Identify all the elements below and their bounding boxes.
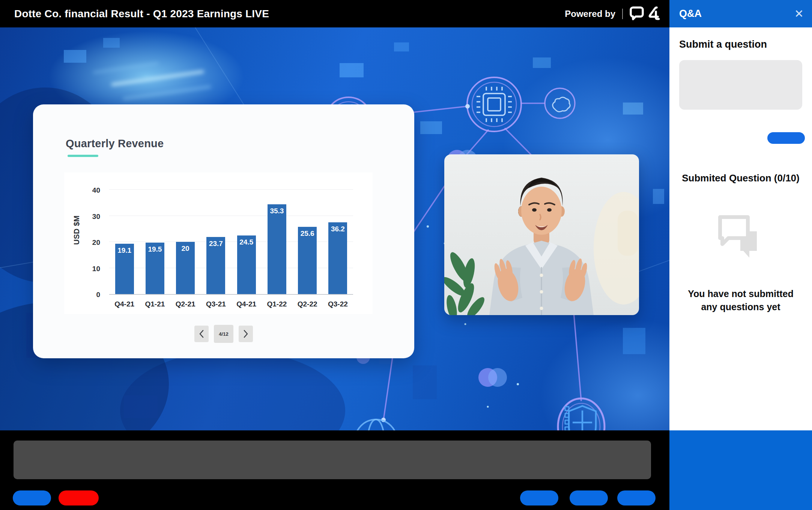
- bar-value-label: 35.3: [264, 207, 290, 215]
- chart-title: Quarterly Revenue: [66, 137, 164, 150]
- bar-slot: 25.6Q2-22: [292, 190, 323, 294]
- bar-value-label: 19.1: [111, 246, 138, 255]
- webcast-app: Dotte Co. financial Result - Q1 2023 Ear…: [0, 0, 812, 510]
- chat-bubbles-icon: [715, 214, 764, 262]
- chart-plot: 19.1Q4-2119.5Q1-2120Q2-2123.7Q3-2124.5Q4…: [109, 190, 353, 295]
- y-tick-label: 20: [92, 238, 100, 247]
- slide-pagination: 4/12: [194, 325, 253, 343]
- bar-slot: 23.7Q3-21: [201, 190, 231, 294]
- control-pill-right-2[interactable]: [570, 490, 608, 505]
- y-tick-label: 40: [92, 186, 100, 195]
- bar-slot: 19.5Q1-21: [140, 190, 170, 294]
- title-underline-accent: [68, 155, 98, 157]
- bar-value-label: 24.5: [233, 238, 260, 246]
- revenue-bar: 36.2: [328, 222, 347, 294]
- empty-state-line2: any questions yet: [701, 302, 780, 312]
- submitted-questions-heading: Submited Question (0/10): [669, 172, 812, 184]
- bar-slot: 19.1Q4-21: [109, 190, 140, 294]
- close-icon[interactable]: ✕: [794, 8, 804, 20]
- bar-value-label: 19.5: [142, 245, 168, 253]
- revenue-bar: 24.5: [237, 235, 256, 294]
- y-tick-label: 30: [92, 213, 100, 221]
- revenue-bar: 20: [176, 242, 195, 294]
- control-pill-live[interactable]: [59, 490, 99, 505]
- empty-state-line1: You have not submitted: [688, 288, 794, 299]
- revenue-bar: 25.6: [298, 227, 317, 294]
- qa-footer-panel: [669, 430, 812, 510]
- y-axis-label: USD $M: [72, 206, 81, 255]
- player-controls-strip[interactable]: [14, 441, 651, 479]
- bar-slot: 20Q2-21: [170, 190, 201, 294]
- bar-slot: 36.2Q3-22: [323, 190, 353, 294]
- bar-value-label: 20: [172, 244, 198, 253]
- bar-value-label: 36.2: [325, 225, 351, 233]
- divider: [622, 9, 623, 19]
- video-stage: Quarterly Revenue USD $M 010203040 19.1Q…: [0, 27, 669, 430]
- bar-value-label: 23.7: [203, 240, 229, 248]
- revenue-bar-chart: USD $M 010203040 19.1Q4-2119.5Q1-2120Q2-…: [64, 172, 373, 314]
- q4-logo-icon: [630, 6, 662, 22]
- y-tick-label: 10: [92, 265, 100, 273]
- gridline: [109, 189, 353, 190]
- chevron-left-icon: [199, 329, 204, 338]
- bar-slot: 35.3Q1-22: [262, 190, 292, 294]
- qa-panel-body: Submit a question Submited Question (0/1…: [669, 27, 812, 430]
- top-bar: Dotte Co. financial Result - Q1 2023 Ear…: [0, 0, 669, 27]
- control-pill-right-1[interactable]: [520, 490, 558, 505]
- y-tick-label: 0: [96, 291, 100, 299]
- powered-by-group: Powered by: [565, 6, 662, 22]
- presenter-video: [444, 154, 639, 315]
- presentation-slide: Quarterly Revenue USD $M 010203040 19.1Q…: [33, 104, 414, 358]
- revenue-bar: 19.5: [146, 243, 164, 294]
- x-axis-label: Q3-22: [318, 300, 358, 308]
- event-title: Dotte Co. financial Result - Q1 2023 Ear…: [14, 8, 269, 20]
- chevron-right-icon: [243, 329, 248, 338]
- qa-header: Q&A ✕: [669, 0, 812, 27]
- slide-page-indicator: 4/12: [214, 325, 233, 343]
- submit-question-heading: Submit a question: [679, 39, 767, 50]
- qa-panel-title: Q&A: [679, 8, 702, 20]
- y-axis-ticks: 010203040: [83, 190, 105, 295]
- bar-slot: 24.5Q4-21: [231, 190, 262, 294]
- player-control-bar: [0, 430, 669, 510]
- presenter-illustration: [444, 154, 639, 315]
- qa-sidebar: Q&A ✕ Submit a question Submited Questio…: [669, 0, 812, 510]
- next-slide-button[interactable]: [239, 326, 253, 342]
- revenue-bar: 19.1: [115, 244, 134, 294]
- revenue-bar: 23.7: [206, 237, 225, 294]
- previous-slide-button[interactable]: [194, 326, 209, 342]
- control-pill-right-3[interactable]: [617, 490, 656, 505]
- submit-question-button[interactable]: [767, 132, 805, 144]
- revenue-bar: 35.3: [268, 204, 286, 294]
- bar-value-label: 25.6: [294, 229, 320, 238]
- empty-state-message: You have not submitted any questions yet: [669, 287, 812, 313]
- control-pill-primary[interactable]: [13, 490, 51, 505]
- main-column: Dotte Co. financial Result - Q1 2023 Ear…: [0, 0, 669, 510]
- powered-by-label: Powered by: [565, 9, 615, 19]
- question-input[interactable]: [679, 60, 802, 110]
